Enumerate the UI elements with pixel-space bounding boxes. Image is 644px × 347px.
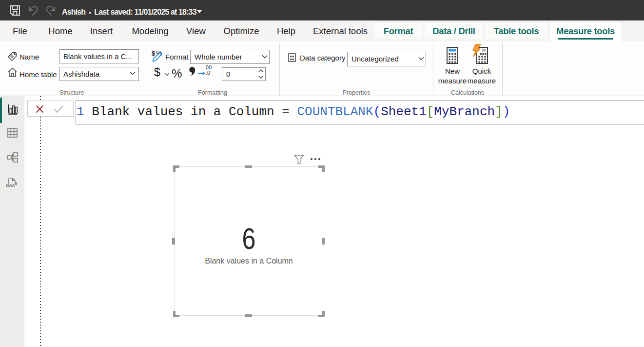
svg-text:DAX: DAX — [6, 183, 15, 188]
